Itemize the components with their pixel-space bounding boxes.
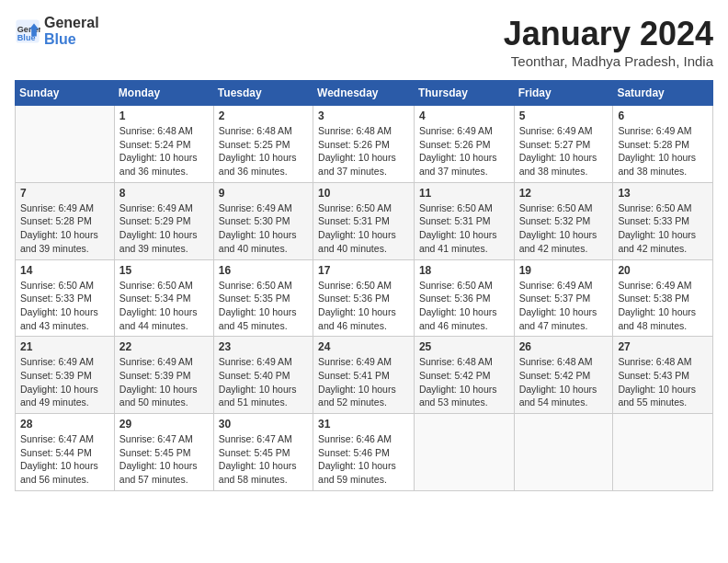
calendar-header-row: SundayMondayTuesdayWednesdayThursdayFrid… bbox=[16, 81, 713, 106]
calendar-cell: 25Sunrise: 6:48 AMSunset: 5:42 PMDayligh… bbox=[414, 337, 514, 414]
day-info: Sunrise: 6:50 AMSunset: 5:36 PMDaylight:… bbox=[318, 279, 409, 333]
calendar-cell: 11Sunrise: 6:50 AMSunset: 5:31 PMDayligh… bbox=[414, 182, 514, 259]
day-number: 20 bbox=[618, 264, 708, 277]
day-number: 22 bbox=[119, 340, 209, 353]
header-day-wednesday: Wednesday bbox=[313, 81, 415, 106]
calendar-week-row: 1Sunrise: 6:48 AMSunset: 5:24 PMDaylight… bbox=[16, 106, 713, 183]
day-number: 21 bbox=[20, 340, 109, 353]
header-day-friday: Friday bbox=[514, 81, 613, 106]
day-info: Sunrise: 6:49 AMSunset: 5:28 PMDaylight:… bbox=[20, 201, 109, 256]
calendar-week-row: 21Sunrise: 6:49 AMSunset: 5:39 PMDayligh… bbox=[16, 337, 713, 414]
calendar-cell: 23Sunrise: 6:49 AMSunset: 5:40 PMDayligh… bbox=[213, 337, 313, 414]
calendar-cell bbox=[514, 414, 613, 491]
day-number: 17 bbox=[318, 264, 409, 277]
day-info: Sunrise: 6:49 AMSunset: 5:38 PMDaylight:… bbox=[618, 279, 708, 333]
day-number: 29 bbox=[119, 418, 209, 431]
location: Teonthar, Madhya Pradesh, India bbox=[504, 53, 713, 69]
logo-icon: General Blue bbox=[15, 18, 40, 44]
logo-text-line1: General bbox=[44, 15, 99, 31]
day-info: Sunrise: 6:49 AMSunset: 5:27 PMDaylight:… bbox=[519, 124, 609, 178]
day-number: 18 bbox=[419, 264, 509, 277]
day-number: 8 bbox=[119, 187, 209, 200]
day-number: 3 bbox=[318, 109, 409, 122]
day-number: 27 bbox=[618, 340, 708, 353]
calendar-cell bbox=[613, 414, 713, 491]
day-number: 10 bbox=[318, 187, 409, 200]
calendar-cell: 12Sunrise: 6:50 AMSunset: 5:32 PMDayligh… bbox=[514, 182, 613, 259]
day-number: 5 bbox=[519, 109, 609, 122]
day-info: Sunrise: 6:49 AMSunset: 5:41 PMDaylight:… bbox=[318, 355, 409, 409]
day-info: Sunrise: 6:49 AMSunset: 5:40 PMDaylight:… bbox=[219, 355, 308, 409]
header-day-monday: Monday bbox=[114, 81, 213, 106]
day-info: Sunrise: 6:48 AMSunset: 5:42 PMDaylight:… bbox=[519, 355, 609, 409]
day-number: 9 bbox=[219, 187, 308, 200]
calendar-table: SundayMondayTuesdayWednesdayThursdayFrid… bbox=[15, 80, 713, 491]
day-number: 25 bbox=[419, 340, 509, 353]
day-number: 14 bbox=[20, 264, 109, 277]
day-number: 6 bbox=[618, 109, 708, 122]
calendar-cell: 9Sunrise: 6:49 AMSunset: 5:30 PMDaylight… bbox=[213, 182, 313, 259]
day-info: Sunrise: 6:50 AMSunset: 5:31 PMDaylight:… bbox=[419, 201, 509, 256]
day-number: 16 bbox=[219, 264, 308, 277]
day-info: Sunrise: 6:50 AMSunset: 5:35 PMDaylight:… bbox=[219, 279, 308, 333]
calendar-cell: 26Sunrise: 6:48 AMSunset: 5:42 PMDayligh… bbox=[514, 337, 613, 414]
calendar-week-row: 7Sunrise: 6:49 AMSunset: 5:28 PMDaylight… bbox=[16, 182, 713, 259]
calendar-cell: 19Sunrise: 6:49 AMSunset: 5:37 PMDayligh… bbox=[514, 259, 613, 337]
calendar-cell: 22Sunrise: 6:49 AMSunset: 5:39 PMDayligh… bbox=[114, 337, 213, 414]
day-number: 31 bbox=[318, 418, 409, 431]
day-info: Sunrise: 6:50 AMSunset: 5:32 PMDaylight:… bbox=[519, 201, 609, 256]
day-info: Sunrise: 6:50 AMSunset: 5:33 PMDaylight:… bbox=[20, 279, 109, 333]
day-number: 23 bbox=[219, 340, 308, 353]
day-number: 19 bbox=[519, 264, 609, 277]
day-number: 13 bbox=[618, 187, 708, 200]
calendar-cell: 3Sunrise: 6:48 AMSunset: 5:26 PMDaylight… bbox=[313, 106, 415, 183]
header-day-thursday: Thursday bbox=[414, 81, 514, 106]
page-header: General Blue General Blue January 2024 T… bbox=[15, 15, 713, 69]
calendar-cell: 7Sunrise: 6:49 AMSunset: 5:28 PMDaylight… bbox=[16, 182, 115, 259]
logo-text-line2: Blue bbox=[44, 31, 99, 48]
day-info: Sunrise: 6:49 AMSunset: 5:26 PMDaylight:… bbox=[419, 124, 509, 178]
day-number: 12 bbox=[519, 187, 609, 200]
calendar-cell: 17Sunrise: 6:50 AMSunset: 5:36 PMDayligh… bbox=[313, 259, 415, 337]
calendar-cell: 18Sunrise: 6:50 AMSunset: 5:36 PMDayligh… bbox=[414, 259, 514, 337]
calendar-cell: 31Sunrise: 6:46 AMSunset: 5:46 PMDayligh… bbox=[313, 414, 415, 491]
month-title: January 2024 bbox=[504, 15, 713, 53]
logo: General Blue General Blue bbox=[15, 15, 99, 47]
calendar-cell bbox=[414, 414, 514, 491]
day-info: Sunrise: 6:48 AMSunset: 5:26 PMDaylight:… bbox=[318, 124, 409, 178]
calendar-cell: 30Sunrise: 6:47 AMSunset: 5:45 PMDayligh… bbox=[213, 414, 313, 491]
day-info: Sunrise: 6:48 AMSunset: 5:42 PMDaylight:… bbox=[419, 355, 509, 409]
calendar-cell: 1Sunrise: 6:48 AMSunset: 5:24 PMDaylight… bbox=[114, 106, 213, 183]
calendar-cell: 15Sunrise: 6:50 AMSunset: 5:34 PMDayligh… bbox=[114, 259, 213, 337]
day-number: 11 bbox=[419, 187, 509, 200]
calendar-week-row: 14Sunrise: 6:50 AMSunset: 5:33 PMDayligh… bbox=[16, 259, 713, 337]
calendar-cell: 28Sunrise: 6:47 AMSunset: 5:44 PMDayligh… bbox=[16, 414, 115, 491]
calendar-cell: 13Sunrise: 6:50 AMSunset: 5:33 PMDayligh… bbox=[613, 182, 713, 259]
day-info: Sunrise: 6:50 AMSunset: 5:33 PMDaylight:… bbox=[618, 201, 708, 256]
day-number: 2 bbox=[219, 109, 308, 122]
calendar-cell bbox=[16, 106, 115, 183]
day-info: Sunrise: 6:50 AMSunset: 5:34 PMDaylight:… bbox=[119, 279, 209, 333]
day-number: 26 bbox=[519, 340, 609, 353]
calendar-cell: 27Sunrise: 6:48 AMSunset: 5:43 PMDayligh… bbox=[613, 337, 713, 414]
day-number: 15 bbox=[119, 264, 209, 277]
calendar-cell: 6Sunrise: 6:49 AMSunset: 5:28 PMDaylight… bbox=[613, 106, 713, 183]
calendar-cell: 29Sunrise: 6:47 AMSunset: 5:45 PMDayligh… bbox=[114, 414, 213, 491]
day-info: Sunrise: 6:50 AMSunset: 5:31 PMDaylight:… bbox=[318, 201, 409, 256]
calendar-cell: 2Sunrise: 6:48 AMSunset: 5:25 PMDaylight… bbox=[213, 106, 313, 183]
day-info: Sunrise: 6:48 AMSunset: 5:24 PMDaylight:… bbox=[119, 124, 209, 178]
calendar-cell: 5Sunrise: 6:49 AMSunset: 5:27 PMDaylight… bbox=[514, 106, 613, 183]
header-day-tuesday: Tuesday bbox=[213, 81, 313, 106]
day-number: 30 bbox=[219, 418, 308, 431]
day-number: 1 bbox=[119, 109, 209, 122]
calendar-cell: 24Sunrise: 6:49 AMSunset: 5:41 PMDayligh… bbox=[313, 337, 415, 414]
calendar-cell: 14Sunrise: 6:50 AMSunset: 5:33 PMDayligh… bbox=[16, 259, 115, 337]
title-block: January 2024 Teonthar, Madhya Pradesh, I… bbox=[504, 15, 713, 69]
day-info: Sunrise: 6:50 AMSunset: 5:36 PMDaylight:… bbox=[419, 279, 509, 333]
calendar-cell: 10Sunrise: 6:50 AMSunset: 5:31 PMDayligh… bbox=[313, 182, 415, 259]
day-info: Sunrise: 6:48 AMSunset: 5:25 PMDaylight:… bbox=[219, 124, 308, 178]
calendar-cell: 4Sunrise: 6:49 AMSunset: 5:26 PMDaylight… bbox=[414, 106, 514, 183]
header-day-saturday: Saturday bbox=[613, 81, 713, 106]
day-info: Sunrise: 6:46 AMSunset: 5:46 PMDaylight:… bbox=[318, 432, 409, 487]
day-info: Sunrise: 6:48 AMSunset: 5:43 PMDaylight:… bbox=[618, 355, 708, 409]
